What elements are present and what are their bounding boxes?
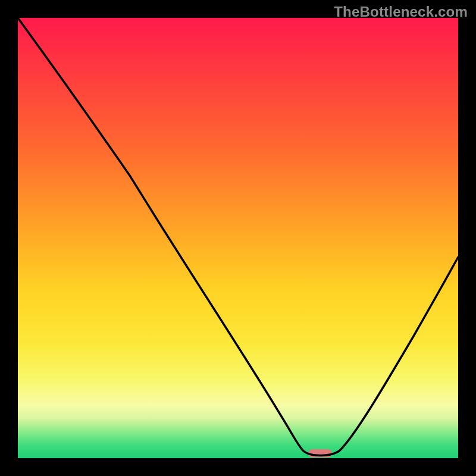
plot-area [18, 18, 458, 458]
bottleneck-curve-path [18, 18, 458, 456]
bottleneck-curve [18, 18, 458, 458]
chart-frame: TheBottleneck.com [0, 0, 476, 476]
